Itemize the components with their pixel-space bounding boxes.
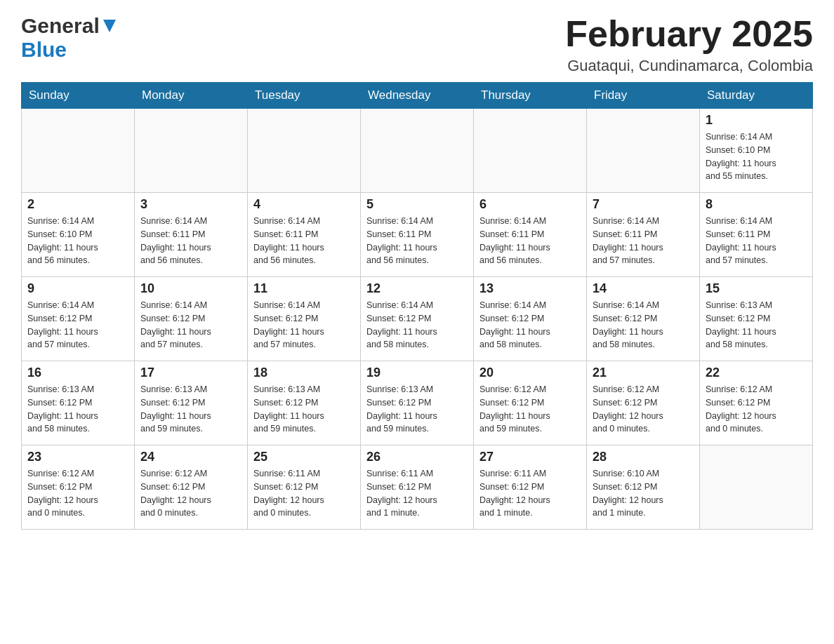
- calendar-cell: 14Sunrise: 6:14 AM Sunset: 6:12 PM Dayli…: [587, 277, 700, 361]
- day-info: Sunrise: 6:12 AM Sunset: 6:12 PM Dayligh…: [27, 467, 128, 520]
- day-number: 17: [140, 365, 241, 380]
- day-number: 7: [593, 197, 694, 212]
- calendar-cell: 13Sunrise: 6:14 AM Sunset: 6:12 PM Dayli…: [474, 277, 587, 361]
- day-info: Sunrise: 6:14 AM Sunset: 6:12 PM Dayligh…: [27, 299, 128, 351]
- svg-marker-0: [103, 20, 116, 32]
- logo-general-text: General: [21, 14, 100, 38]
- calendar-cell: [135, 109, 248, 193]
- day-info: Sunrise: 6:14 AM Sunset: 6:11 PM Dayligh…: [253, 215, 355, 267]
- day-info: Sunrise: 6:14 AM Sunset: 6:12 PM Dayligh…: [366, 299, 468, 351]
- day-info: Sunrise: 6:12 AM Sunset: 6:12 PM Dayligh…: [140, 467, 241, 520]
- calendar-cell: [361, 109, 474, 193]
- day-number: 25: [253, 450, 355, 464]
- day-number: 23: [27, 450, 128, 464]
- day-info: Sunrise: 6:11 AM Sunset: 6:12 PM Dayligh…: [253, 467, 355, 520]
- calendar-table: SundayMondayTuesdayWednesdayThursdayFrid…: [21, 82, 813, 530]
- day-number: 13: [479, 281, 581, 296]
- calendar-cell: [248, 109, 361, 193]
- day-info: Sunrise: 6:14 AM Sunset: 6:12 PM Dayligh…: [140, 299, 241, 351]
- calendar-cell: 19Sunrise: 6:13 AM Sunset: 6:12 PM Dayli…: [361, 361, 474, 445]
- weekday-header-wednesday: Wednesday: [361, 83, 474, 109]
- calendar-cell: 20Sunrise: 6:12 AM Sunset: 6:12 PM Dayli…: [474, 361, 587, 445]
- calendar-cell: 26Sunrise: 6:11 AM Sunset: 6:12 PM Dayli…: [361, 445, 474, 530]
- calendar-week-row: 9Sunrise: 6:14 AM Sunset: 6:12 PM Daylig…: [22, 277, 813, 361]
- calendar-cell: 8Sunrise: 6:14 AM Sunset: 6:11 PM Daylig…: [700, 193, 813, 277]
- day-number: 26: [366, 450, 468, 464]
- day-info: Sunrise: 6:14 AM Sunset: 6:10 PM Dayligh…: [27, 215, 128, 267]
- day-info: Sunrise: 6:14 AM Sunset: 6:12 PM Dayligh…: [479, 299, 581, 351]
- day-info: Sunrise: 6:12 AM Sunset: 6:12 PM Dayligh…: [479, 383, 581, 436]
- day-number: 11: [253, 281, 355, 296]
- location-title: Guataqui, Cundinamarca, Colombia: [565, 57, 813, 75]
- calendar-cell: 28Sunrise: 6:10 AM Sunset: 6:12 PM Dayli…: [587, 445, 700, 530]
- day-number: 3: [140, 197, 241, 212]
- logo-triangle-icon: [103, 20, 116, 35]
- day-info: Sunrise: 6:12 AM Sunset: 6:12 PM Dayligh…: [706, 383, 807, 436]
- calendar-cell: 7Sunrise: 6:14 AM Sunset: 6:11 PM Daylig…: [587, 193, 700, 277]
- month-title: February 2025: [565, 14, 813, 54]
- day-info: Sunrise: 6:13 AM Sunset: 6:12 PM Dayligh…: [366, 383, 468, 436]
- page-header: General Blue February 2025 Guataqui, Cun…: [21, 14, 813, 75]
- day-number: 19: [366, 365, 468, 380]
- calendar-cell: 21Sunrise: 6:12 AM Sunset: 6:12 PM Dayli…: [587, 361, 700, 445]
- day-info: Sunrise: 6:10 AM Sunset: 6:12 PM Dayligh…: [593, 467, 694, 520]
- day-info: Sunrise: 6:14 AM Sunset: 6:11 PM Dayligh…: [706, 215, 807, 267]
- calendar-cell: 4Sunrise: 6:14 AM Sunset: 6:11 PM Daylig…: [248, 193, 361, 277]
- day-info: Sunrise: 6:12 AM Sunset: 6:12 PM Dayligh…: [593, 383, 694, 436]
- calendar-cell: 22Sunrise: 6:12 AM Sunset: 6:12 PM Dayli…: [700, 361, 813, 445]
- logo: General Blue: [21, 14, 116, 62]
- day-info: Sunrise: 6:13 AM Sunset: 6:12 PM Dayligh…: [140, 383, 241, 436]
- day-number: 28: [593, 450, 694, 464]
- day-info: Sunrise: 6:11 AM Sunset: 6:12 PM Dayligh…: [366, 467, 468, 520]
- weekday-header-friday: Friday: [587, 83, 700, 109]
- weekday-header-thursday: Thursday: [474, 83, 587, 109]
- weekday-header-saturday: Saturday: [700, 83, 813, 109]
- day-number: 1: [706, 113, 807, 128]
- calendar-header-row: SundayMondayTuesdayWednesdayThursdayFrid…: [22, 83, 813, 109]
- calendar-cell: [700, 445, 813, 530]
- calendar-cell: 9Sunrise: 6:14 AM Sunset: 6:12 PM Daylig…: [22, 277, 135, 361]
- weekday-header-tuesday: Tuesday: [248, 83, 361, 109]
- calendar-cell: 16Sunrise: 6:13 AM Sunset: 6:12 PM Dayli…: [22, 361, 135, 445]
- day-number: 16: [27, 365, 128, 380]
- day-info: Sunrise: 6:13 AM Sunset: 6:12 PM Dayligh…: [27, 383, 128, 436]
- calendar-week-row: 23Sunrise: 6:12 AM Sunset: 6:12 PM Dayli…: [22, 445, 813, 530]
- calendar-cell: 3Sunrise: 6:14 AM Sunset: 6:11 PM Daylig…: [135, 193, 248, 277]
- logo-blue-text: Blue: [21, 38, 67, 61]
- day-info: Sunrise: 6:14 AM Sunset: 6:11 PM Dayligh…: [593, 215, 694, 267]
- calendar-cell: 12Sunrise: 6:14 AM Sunset: 6:12 PM Dayli…: [361, 277, 474, 361]
- day-number: 4: [253, 197, 355, 212]
- day-number: 15: [706, 281, 807, 296]
- weekday-header-monday: Monday: [135, 83, 248, 109]
- day-info: Sunrise: 6:14 AM Sunset: 6:12 PM Dayligh…: [593, 299, 694, 351]
- day-info: Sunrise: 6:14 AM Sunset: 6:10 PM Dayligh…: [706, 130, 807, 183]
- day-number: 10: [140, 281, 241, 296]
- calendar-cell: 6Sunrise: 6:14 AM Sunset: 6:11 PM Daylig…: [474, 193, 587, 277]
- day-info: Sunrise: 6:14 AM Sunset: 6:12 PM Dayligh…: [253, 299, 355, 351]
- day-number: 5: [366, 197, 468, 212]
- day-number: 12: [366, 281, 468, 296]
- day-info: Sunrise: 6:14 AM Sunset: 6:11 PM Dayligh…: [479, 215, 581, 267]
- calendar-cell: 18Sunrise: 6:13 AM Sunset: 6:12 PM Dayli…: [248, 361, 361, 445]
- day-info: Sunrise: 6:13 AM Sunset: 6:12 PM Dayligh…: [706, 299, 807, 351]
- day-number: 14: [593, 281, 694, 296]
- calendar-cell: [474, 109, 587, 193]
- calendar-cell: [22, 109, 135, 193]
- calendar-week-row: 1Sunrise: 6:14 AM Sunset: 6:10 PM Daylig…: [22, 109, 813, 193]
- calendar-cell: 27Sunrise: 6:11 AM Sunset: 6:12 PM Dayli…: [474, 445, 587, 530]
- calendar-week-row: 2Sunrise: 6:14 AM Sunset: 6:10 PM Daylig…: [22, 193, 813, 277]
- day-number: 6: [479, 197, 581, 212]
- weekday-header-sunday: Sunday: [22, 83, 135, 109]
- day-info: Sunrise: 6:11 AM Sunset: 6:12 PM Dayligh…: [479, 467, 581, 520]
- calendar-cell: 23Sunrise: 6:12 AM Sunset: 6:12 PM Dayli…: [22, 445, 135, 530]
- day-number: 24: [140, 450, 241, 464]
- day-info: Sunrise: 6:13 AM Sunset: 6:12 PM Dayligh…: [253, 383, 355, 436]
- calendar-cell: 10Sunrise: 6:14 AM Sunset: 6:12 PM Dayli…: [135, 277, 248, 361]
- title-section: February 2025 Guataqui, Cundinamarca, Co…: [565, 14, 813, 75]
- calendar-cell: 11Sunrise: 6:14 AM Sunset: 6:12 PM Dayli…: [248, 277, 361, 361]
- calendar-cell: 17Sunrise: 6:13 AM Sunset: 6:12 PM Dayli…: [135, 361, 248, 445]
- calendar-cell: 2Sunrise: 6:14 AM Sunset: 6:10 PM Daylig…: [22, 193, 135, 277]
- calendar-cell: 25Sunrise: 6:11 AM Sunset: 6:12 PM Dayli…: [248, 445, 361, 530]
- day-number: 20: [479, 365, 581, 380]
- day-number: 9: [27, 281, 128, 296]
